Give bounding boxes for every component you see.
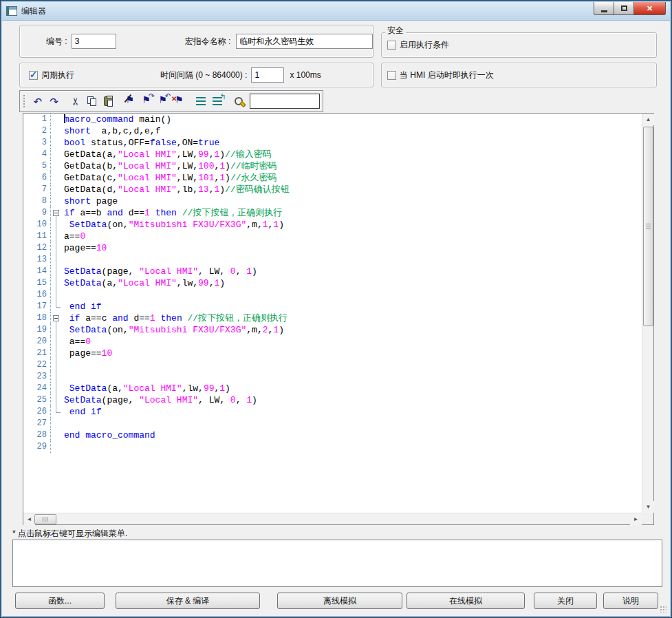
save-compile-button[interactable]: 保存 & 编译: [116, 593, 260, 609]
offline-simulation-button[interactable]: 离线模拟: [277, 593, 402, 609]
scroll-right-icon[interactable]: ►: [630, 513, 642, 525]
code-line[interactable]: 13: [23, 254, 642, 266]
line-number: 11: [23, 231, 51, 242]
code-text: [62, 359, 64, 371]
code-text: SetData(page, "Local HMI", LW, 0, 1): [62, 266, 257, 277]
search-input[interactable]: [250, 94, 320, 109]
fold-marker: [51, 406, 62, 418]
code-line[interactable]: 6GetData(c,"Local HMI",LW,101,1)//永久密码: [23, 172, 642, 184]
vertical-scrollbar[interactable]: ▲ ▼: [642, 114, 653, 513]
code-area[interactable]: 1macro_command main()2short a,b,c,d,e,f3…: [23, 114, 642, 513]
periodic-groupbox: 周期执行 时间间隔 (0 ~ 864000) : x 100ms: [19, 63, 373, 87]
fold-marker: [51, 231, 62, 242]
code-line[interactable]: 28end macro_command: [23, 429, 642, 441]
prev-bookmark-icon[interactable]: [155, 94, 171, 109]
run-on-startup-checkbox[interactable]: [387, 71, 396, 80]
code-line[interactable]: 25SetData(page, "Local HMI", LW, 0, 1): [23, 394, 642, 406]
periodic-checkbox[interactable]: [29, 71, 38, 80]
code-line[interactable]: 14SetData(page, "Local HMI", LW, 0, 1): [23, 266, 642, 277]
redo-icon[interactable]: ↷: [47, 94, 62, 109]
fold-marker: [51, 371, 62, 383]
code-line[interactable]: 2short a,b,c,d,e,f: [23, 125, 642, 137]
indent-icon[interactable]: [193, 94, 208, 109]
code-line[interactable]: 1macro_command main(): [23, 114, 642, 125]
code-line[interactable]: 26 end if: [23, 406, 642, 418]
line-number: 20: [23, 336, 51, 348]
line-number: 2: [23, 125, 51, 137]
close-button[interactable]: ✕: [634, 2, 666, 15]
next-bookmark-icon[interactable]: [139, 94, 154, 109]
code-line[interactable]: 18 if a==c and d==1 then //按下按钮，正确则执行: [23, 312, 642, 324]
code-line[interactable]: 5GetData(b,"Local HMI",LW,100,1)//临时密码: [23, 160, 642, 172]
enable-condition-checkbox[interactable]: [387, 41, 396, 50]
code-line[interactable]: 15SetData(a,"Local HMI",lw,99,1): [23, 277, 642, 289]
code-text: SetData(a,"Local HMI",lw,99,1): [62, 383, 230, 394]
code-text: bool status,OFF=false,ON=true: [62, 137, 219, 149]
paste-icon[interactable]: [101, 94, 116, 109]
code-text: GetData(c,"Local HMI",LW,101,1)//永久密码: [62, 172, 277, 184]
run-on-startup-label: 当 HMI 启动时即执行一次: [400, 70, 494, 81]
code-line[interactable]: 21 page==10: [23, 348, 642, 359]
code-text: SetData(on,"Mitsubishi FX3U/FX3G",m,1,1): [62, 219, 284, 231]
compile-message-box[interactable]: [12, 540, 662, 587]
code-line[interactable]: 17 end if: [23, 301, 642, 312]
outdent-icon[interactable]: [210, 94, 225, 109]
code-line[interactable]: 12page==10: [23, 242, 642, 254]
resize-grip[interactable]: [660, 606, 666, 612]
code-line[interactable]: 20 a==0: [23, 336, 642, 348]
scroll-up-icon[interactable]: ▲: [642, 114, 654, 125]
macro-id-input[interactable]: [72, 34, 116, 49]
code-line[interactable]: 19 SetData(on,"Mitsubishi FX3U/FX3G",m,2…: [23, 324, 642, 336]
undo-icon[interactable]: ↶: [30, 94, 45, 109]
macro-name-label: 宏指令名称 :: [185, 36, 231, 47]
toggle-bookmark-icon[interactable]: [122, 94, 138, 109]
horizontal-scrollbar[interactable]: ◄ ►: [23, 513, 642, 524]
code-text: page==10: [62, 348, 112, 359]
code-line[interactable]: 23: [23, 371, 642, 383]
macro-name-input[interactable]: [236, 34, 373, 49]
code-line[interactable]: 8short page: [23, 195, 642, 207]
interval-input[interactable]: [251, 67, 284, 83]
code-text: short a,b,c,d,e,f: [62, 125, 160, 137]
find-icon[interactable]: [231, 94, 246, 109]
startup-groupbox: 当 HMI 启动时即执行一次: [381, 63, 657, 87]
fold-marker[interactable]: [51, 312, 62, 324]
copy-icon[interactable]: [85, 94, 100, 109]
titlebar: 编辑器 ✕: [2, 2, 670, 21]
code-line[interactable]: 27: [23, 418, 642, 429]
code-line[interactable]: 29: [23, 441, 642, 453]
fold-margin: [51, 429, 62, 441]
line-number: 29: [23, 441, 51, 453]
security-groupbox: 启用执行条件: [381, 32, 657, 58]
maximize-button[interactable]: [614, 2, 634, 15]
scroll-down-icon[interactable]: ▼: [642, 501, 654, 513]
functions-button[interactable]: 函数...: [15, 593, 105, 609]
code-text: SetData(page, "Local HMI", LW, 0, 1): [62, 394, 257, 406]
close-dialog-button[interactable]: 关闭: [534, 593, 597, 609]
fold-margin: [51, 114, 62, 125]
horizontal-scroll-thumb[interactable]: [34, 514, 56, 524]
code-line[interactable]: 4GetData(a,"Local HMI",LW,99,1)//输入密码: [23, 149, 642, 160]
code-line[interactable]: 3bool status,OFF=false,ON=true: [23, 137, 642, 149]
code-text: [62, 418, 64, 429]
code-line[interactable]: 7GetData(d,"Local HMI",lb,13,1)//密码确认按钮: [23, 184, 642, 195]
code-line[interactable]: 10 SetData(on,"Mitsubishi FX3U/FX3G",m,1…: [23, 219, 642, 231]
code-line[interactable]: 16: [23, 289, 642, 301]
line-number: 24: [23, 383, 51, 394]
fold-marker[interactable]: [51, 207, 62, 219]
line-number: 4: [23, 149, 51, 160]
minimize-button[interactable]: [594, 2, 614, 15]
app-icon: [6, 6, 17, 16]
online-simulation-button[interactable]: 在线模拟: [407, 593, 525, 609]
vertical-scroll-thumb[interactable]: [643, 127, 653, 326]
code-line[interactable]: 9if a==b and d==1 then //按下按钮，正确则执行: [23, 207, 642, 219]
cut-icon[interactable]: ✂: [68, 94, 83, 109]
line-number: 23: [23, 371, 51, 383]
help-button[interactable]: 说明: [603, 593, 658, 609]
clear-bookmarks-icon[interactable]: [172, 94, 187, 109]
line-number: 17: [23, 301, 51, 312]
scroll-left-icon[interactable]: ◄: [23, 513, 35, 525]
code-line[interactable]: 24 SetData(a,"Local HMI",lw,99,1): [23, 383, 642, 394]
code-line[interactable]: 11a==0: [23, 231, 642, 242]
code-line[interactable]: 22: [23, 359, 642, 371]
